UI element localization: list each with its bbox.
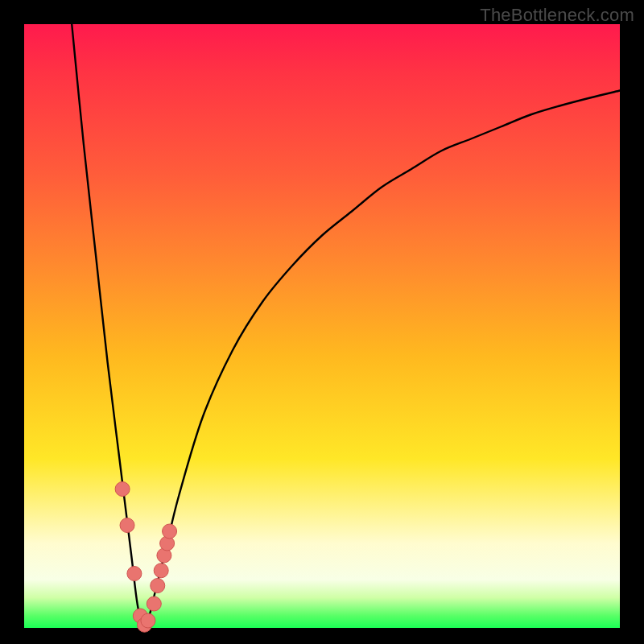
valley-marker xyxy=(154,564,168,578)
curve-layer xyxy=(24,24,620,628)
valley-marker xyxy=(120,518,134,533)
plot-area xyxy=(24,24,620,628)
valley-marker xyxy=(151,579,165,593)
bottleneck-curve xyxy=(72,24,620,628)
watermark-text: TheBottleneck.com xyxy=(480,5,634,26)
valley-marker xyxy=(115,482,130,497)
valley-marker xyxy=(147,597,161,611)
valley-marker xyxy=(163,524,177,539)
valley-marker xyxy=(141,613,155,628)
valley-marker xyxy=(127,567,142,581)
chart-frame: TheBottleneck.com xyxy=(0,0,644,644)
